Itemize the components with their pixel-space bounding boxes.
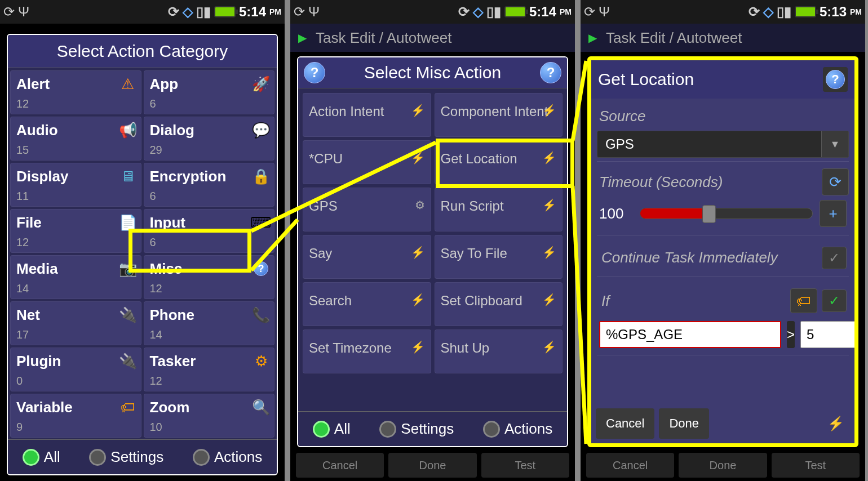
form-footer: Cancel Done ⚡ (591, 404, 854, 443)
help-left-button[interactable]: ? (304, 62, 325, 83)
bolt-icon: ⚡ (542, 151, 556, 164)
timeout-label: Timeout (Seconds) (597, 170, 725, 194)
help-icon: ? (253, 260, 269, 277)
bolt-icon: ⚡ (411, 151, 425, 164)
form-title: Get Location (598, 70, 694, 89)
battery-icon (504, 6, 526, 17)
misc-set-clipboard[interactable]: Set Clipboard⚡ (435, 282, 563, 326)
category-alert[interactable]: Alert 12 ⚠ (10, 70, 141, 114)
clock-ampm: PM (269, 7, 281, 16)
category-file[interactable]: File 12 📄 (10, 209, 141, 253)
misc-say[interactable]: Say⚡ (303, 235, 431, 279)
source-select[interactable]: GPS ▼ (597, 131, 849, 158)
if-enabled-checkbox[interactable]: ✓ (822, 290, 847, 312)
category-net[interactable]: Net 17 🔌 (10, 301, 141, 345)
item-label: GPS (309, 198, 338, 214)
category-zoom[interactable]: Zoom 10 🔍 (144, 394, 275, 438)
source-value: GPS (597, 136, 821, 152)
item-label: Say (309, 246, 332, 261)
category-label: Display (16, 168, 135, 185)
dialog-footer: All Settings Actions (298, 411, 567, 446)
misc-get-location[interactable]: Get Location⚡ (435, 140, 563, 184)
misc-component-intent[interactable]: Component Intent⚡ (435, 93, 563, 137)
misc-shut-up[interactable]: Shut Up⚡ (435, 329, 563, 373)
bolt-icon: ⚡ (542, 293, 556, 306)
timeout-slider[interactable] (640, 208, 813, 219)
item-label: Search (309, 293, 352, 309)
background-header: ▶ Task Edit / Autotweet (581, 24, 865, 52)
misc-search[interactable]: Search⚡ (303, 282, 431, 326)
radio-on-icon (313, 421, 330, 438)
category-label: App (150, 75, 269, 93)
bolt-icon: ⚡ (542, 198, 556, 212)
bolt-icon: ⚡ (827, 408, 850, 439)
form-body: Source GPS ▼ Timeout (Seconds) ⟳ 100 (591, 99, 854, 404)
misc-say-to-file[interactable]: Say To File⚡ (435, 235, 563, 279)
misc-list: Action Intent⚡ Component Intent⚡ *CPU⚡ G… (298, 88, 567, 411)
filter-all[interactable]: All (313, 420, 351, 438)
status-bar: ⟳ Ψ ⟳ ◇ ▯▮ 5:13 PM (581, 0, 865, 24)
file-icon: 📄 (119, 214, 136, 231)
plugin-icon: 🔌 (119, 353, 136, 369)
dialog-title-row: ? Select Misc Action ? (298, 57, 567, 88)
category-plugin[interactable]: Plugin 0 🔌 (10, 348, 141, 391)
cancel-button[interactable]: Cancel (596, 408, 654, 439)
bg-test-button[interactable]: Test (772, 453, 860, 478)
filter-settings[interactable]: Settings (89, 448, 163, 466)
done-button[interactable]: Done (659, 408, 709, 439)
bg-cancel-button[interactable]: Cancel (586, 453, 674, 478)
phone-screenshot-1: ⟳ Ψ ⟳ ◇ ▯▮ 5:14 PM Select Action Categor… (0, 0, 285, 481)
bg-done-button[interactable]: Done (679, 453, 767, 478)
help-right-button[interactable]: ? (540, 62, 561, 83)
dialog-title: Select Misc Action (364, 63, 501, 82)
if-operator-select[interactable]: > (787, 321, 795, 348)
category-count: 12 (16, 97, 135, 110)
bg-cancel-button[interactable]: Cancel (296, 453, 384, 478)
filter-all[interactable]: All (23, 448, 60, 466)
bolt-icon: ⚡ (411, 293, 425, 306)
clock-time: 5:14 (529, 4, 556, 20)
bg-done-button[interactable]: Done (388, 453, 476, 478)
category-encryption[interactable]: Encryption 6 🔒 (144, 163, 275, 207)
plug-icon: 🔌 (119, 306, 136, 323)
category-audio[interactable]: Audio 15 📢 (10, 117, 141, 161)
category-misc[interactable]: Misc 12 ? (144, 255, 275, 299)
signal-icon: ▯▮ (777, 4, 791, 20)
increment-button[interactable]: + (820, 200, 847, 227)
usb-icon: Ψ (308, 4, 320, 20)
radio-off-icon (483, 421, 500, 438)
slider-fill (640, 208, 706, 219)
category-dialog[interactable]: Dialog 29 💬 (144, 117, 275, 161)
category-display[interactable]: Display 11 🖥 (10, 163, 141, 207)
category-dialog: Select Action Category Alert 12 ⚠ App 6 … (7, 34, 278, 475)
variable-tag-button[interactable]: 🏷 (790, 288, 817, 313)
source-label: Source (597, 104, 849, 128)
misc-action-intent[interactable]: Action Intent⚡ (303, 93, 431, 137)
category-variable[interactable]: Variable 9 🏷 (10, 394, 141, 438)
category-phone[interactable]: Phone 14 📞 (144, 301, 275, 345)
bg-test-button[interactable]: Test (481, 453, 569, 478)
misc-cpu[interactable]: *CPU⚡ (303, 140, 431, 184)
category-tasker[interactable]: Tasker 12 ⚙ (144, 348, 275, 391)
category-media[interactable]: Media 14 📷 (10, 255, 141, 299)
misc-set-timezone[interactable]: Set Timezone⚡ (303, 329, 431, 373)
wifi-icon: ◇ (183, 4, 193, 20)
if-variable-input[interactable] (599, 321, 781, 348)
category-label: Encryption (150, 168, 269, 185)
slider-thumb[interactable] (702, 205, 716, 223)
bolt-icon: ⚡ (411, 340, 425, 354)
category-input[interactable]: Input 6 ⌨ (144, 209, 275, 253)
if-value-input[interactable] (800, 321, 858, 348)
category-app[interactable]: App 6 🚀 (144, 70, 275, 114)
misc-gps[interactable]: GPS⚙ (303, 188, 431, 231)
filter-actions[interactable]: Actions (193, 448, 262, 466)
rocket-icon: 🚀 (253, 75, 269, 92)
misc-run-script[interactable]: Run Script⚡ (435, 188, 563, 231)
clock-ampm: PM (560, 7, 572, 16)
bolt-icon: ⚡ (542, 104, 556, 117)
filter-actions[interactable]: Actions (483, 420, 552, 438)
filter-settings[interactable]: Settings (379, 420, 454, 438)
help-button[interactable]: ? (823, 67, 848, 92)
refresh-button[interactable]: ⟳ (822, 168, 849, 195)
continue-checkbox[interactable]: ✓ (822, 247, 847, 269)
